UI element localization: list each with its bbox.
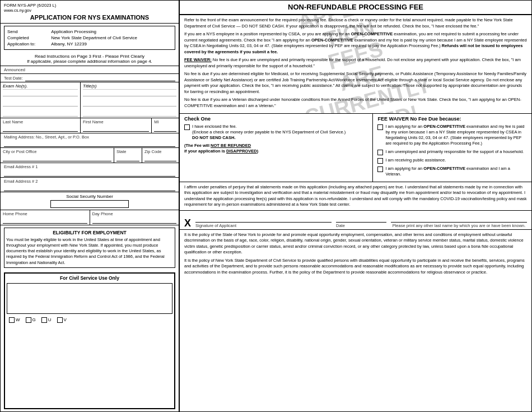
mi-field[interactable]: MI (152, 118, 179, 133)
checkbox-w[interactable]: W (9, 317, 20, 323)
fee-paragraph-4: No fee is due if you are determined elig… (184, 71, 527, 95)
fee-paragraph-1: Refer to the front of the exam announcem… (184, 17, 527, 29)
exam-line-3[interactable] (3, 111, 78, 117)
checkbox-u-label: U (48, 317, 52, 322)
send-label: Send (7, 29, 50, 34)
send-box: Send Application Processing Completed Ne… (4, 26, 175, 50)
checkbox-w-label: W (16, 317, 20, 322)
announced-label: Announced (4, 67, 175, 72)
name-row: Last Name First Name MI (1, 118, 179, 133)
title-line-3[interactable] (83, 111, 176, 117)
policy-text-1: It is the policy of the State of New Yor… (184, 232, 527, 256)
titles-col: Title(s) (81, 82, 179, 118)
signature-label: Signature of Applicant (195, 223, 332, 228)
checkbox-v[interactable]: V (57, 317, 67, 323)
checkbox-enclosed[interactable] (184, 124, 190, 130)
instructions: Read Instructions on Page 3 First - Plea… (1, 52, 179, 66)
date-field[interactable] (336, 214, 386, 223)
checkbox-u-box[interactable] (41, 317, 47, 323)
exam-line-2[interactable] (3, 101, 78, 107)
signature-field-wrapper: Signature of Applicant (195, 213, 332, 228)
application-value: Albany, NY 12239 (51, 41, 172, 47)
eligibility-title: ELIGIBILITY FOR EMPLOYMENT (6, 230, 173, 235)
test-date-row: Test Date: (1, 74, 179, 82)
exam-col: Exam No(s). (1, 82, 81, 118)
affirmation-section: I affirm under penalties of perjury that… (180, 182, 531, 211)
checkbox-veteran-text: I am applying for an OPEN-COMPETITIVE ex… (385, 166, 527, 177)
last-name-field[interactable]: Last Name (1, 118, 81, 133)
check-one-title: Check One (184, 116, 368, 122)
other-name-field[interactable] (391, 214, 527, 223)
checkbox-v-box[interactable] (57, 317, 63, 323)
checkbox-csea-text: I am applying for an OPEN-COMPETITIVE ex… (385, 124, 527, 147)
civil-service-title: For Civil Service Use Only (7, 275, 172, 281)
state-field[interactable]: State (114, 148, 142, 163)
first-name-field[interactable]: First Name (81, 118, 152, 133)
fee-paragraph-5: No fee is due if you are a Veteran disch… (184, 97, 527, 109)
other-name-wrapper: Please print any other last name by whic… (391, 213, 527, 228)
checkbox-csea[interactable] (377, 124, 383, 130)
fee-paragraph-2: If you are a NYS employee in a position … (184, 31, 527, 55)
day-phone-field[interactable]: Day Phone (90, 210, 179, 225)
titles-header: Title(s) (83, 84, 176, 90)
checkbox-enclosed-row: I have enclosed the fee. (Enclose a chec… (184, 124, 368, 141)
exam-lines (3, 91, 78, 117)
email2-field[interactable]: Email Address # 2 (1, 178, 179, 192)
policy-section: It is the policy of the State of New Yor… (180, 230, 531, 411)
check-one-section: Check One I have enclosed the fee. (Encl… (180, 114, 531, 182)
signature-field[interactable] (195, 214, 332, 223)
fee-waiver-title: FEE WAIVER: (184, 57, 212, 62)
checkbox-v-label: V (64, 317, 67, 322)
eligibility-text: You must be legally eligible to work in … (6, 237, 173, 266)
city-field[interactable]: City or Post Office (1, 148, 114, 163)
date-label: Date (336, 223, 386, 228)
check-one-left: Check One I have enclosed the fee. (Encl… (180, 114, 373, 182)
titles-lines (83, 91, 176, 117)
left-column: FORM NYS-APP (6/2023 L) www.cs.ny.gov AP… (1, 1, 180, 411)
exam-titles-row: Exam No(s). Title(s) (1, 82, 179, 118)
test-date-field[interactable] (25, 75, 175, 81)
checkbox-g[interactable]: G (26, 317, 36, 323)
checkbox-w-box[interactable] (9, 317, 15, 323)
send-value: Application Processing (51, 29, 172, 34)
eligibility-box: ELIGIBILITY FOR EMPLOYMENT You must be l… (4, 228, 175, 268)
affirmation-text: I affirm under penalties of perjury that… (184, 184, 527, 208)
mailing-address-field[interactable]: Mailing Address: No., Street, Apt., or P… (1, 133, 179, 148)
email1-field[interactable]: Email Address # 1 (1, 163, 179, 178)
right-title: NON-REFUNDABLE PROCESSING FEE (184, 3, 527, 11)
exam-line-1[interactable] (3, 91, 78, 96)
main-title: APPLICATION FOR NYS EXAMINATIONS (4, 14, 175, 21)
checkbox-g-box[interactable] (26, 317, 31, 323)
right-header: NON-REFUNDABLE PROCESSING FEE (180, 1, 531, 15)
checkbox-unemployed-text: I am unemployed and primarily responsibl… (385, 149, 524, 155)
checkbox-veteran[interactable] (377, 166, 383, 172)
checkbox-unemployed-row: I am unemployed and primarily responsibl… (377, 149, 527, 155)
not-refunded-note: (The Fee will NOT BE REFUNDED if your ap… (184, 143, 368, 154)
checkbox-csea-row: I am applying for an OPEN-COMPETITIVE ex… (377, 124, 527, 147)
other-name-label: Please print any other last name by whic… (391, 223, 527, 228)
zip-field[interactable]: Zip Code (142, 148, 179, 163)
checkbox-public-assistance-row: I am receiving public assistance. (377, 158, 527, 164)
home-phone-field[interactable]: Home Phone (1, 210, 90, 225)
completed-label: Completed (7, 35, 50, 40)
phone-row: Home Phone Day Phone (1, 210, 179, 225)
fee-paragraph-3: FEE WAIVER: No fee is due if you are une… (184, 57, 527, 69)
left-header: FORM NYS-APP (6/2023 L) www.cs.ny.gov AP… (1, 1, 179, 24)
title-line-2[interactable] (83, 101, 176, 107)
application-label: Application to: (7, 41, 50, 47)
civil-service-box: For Civil Service Use Only W G U V (4, 272, 175, 409)
website-url: www.cs.ny.gov (4, 8, 175, 13)
ssn-field[interactable] (50, 200, 129, 208)
checkbox-unemployed[interactable] (377, 150, 383, 155)
fee-waiver-no-fee-title: FEE WAIVER No Fee Due because: (377, 116, 527, 122)
fee-text-block: ALLAPPLICATIONFEESARECURRENTLYWAIVED! Re… (180, 15, 531, 114)
checkbox-enclosed-text: I have enclosed the fee. (Enclose a chec… (192, 124, 346, 141)
checkbox-public-assistance[interactable] (377, 158, 383, 164)
checkbox-veteran-row: I am applying for an OPEN-COMPETITIVE ex… (377, 166, 527, 177)
completed-value: New York State Department of Civil Servi… (51, 35, 172, 40)
title-line-1[interactable] (83, 91, 176, 96)
checkbox-u[interactable]: U (41, 317, 52, 323)
city-state-row: City or Post Office State Zip Code (1, 148, 179, 163)
page-wrapper: FORM NYS-APP (6/2023 L) www.cs.ny.gov AP… (0, 0, 532, 412)
signature-row: X Signature of Applicant Date Please pri… (180, 211, 531, 230)
